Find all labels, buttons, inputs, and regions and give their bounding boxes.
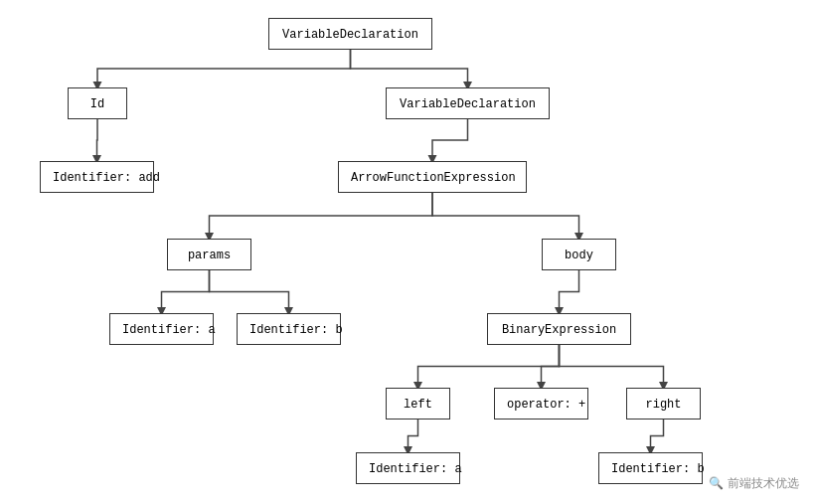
node-n2: Id [68, 87, 127, 119]
node-n9: Identifier: b [237, 313, 341, 345]
diagram: VariableDeclarationIdVariableDeclaration… [0, 0, 817, 504]
node-n13: right [626, 388, 701, 420]
node-n15: Identifier: b [598, 452, 703, 484]
node-n12: operator: + [494, 388, 588, 420]
node-n3: VariableDeclaration [386, 87, 550, 119]
node-n8: Identifier: a [109, 313, 214, 345]
watermark-text: 前端技术优选 [728, 475, 799, 492]
node-n14: Identifier: a [356, 452, 460, 484]
watermark-icon: 🔍 [709, 476, 724, 491]
node-n1: VariableDeclaration [268, 18, 432, 50]
watermark: 🔍 前端技术优选 [709, 475, 799, 492]
node-n7: body [542, 239, 616, 270]
node-n10: BinaryExpression [487, 313, 631, 345]
connection-lines [0, 0, 817, 504]
node-n4: Identifier: add [40, 161, 154, 193]
node-n6: params [167, 239, 251, 270]
node-n11: left [386, 388, 450, 420]
node-n5: ArrowFunctionExpression [338, 161, 527, 193]
